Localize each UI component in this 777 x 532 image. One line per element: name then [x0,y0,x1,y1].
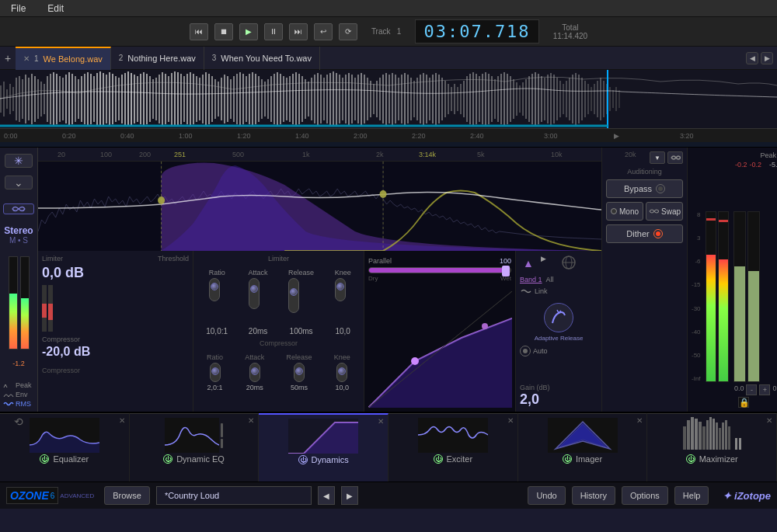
close-imager[interactable]: ✕ [636,416,643,425]
track-tab-1[interactable]: ✕ 1 We Belong.wav [16,47,111,70]
peak-r-top: -0.2 [749,161,761,169]
meter-minus-btn[interactable]: - [746,384,757,395]
module-dynamic-eq[interactable]: ✕ ⏻ Dynamic EQ [130,413,260,482]
module-equalizer[interactable]: ✕ ⏻ Equalizer [0,413,130,482]
ratio-1-slider[interactable] [209,278,220,301]
svg-rect-143 [441,78,443,120]
ratio-2-slider[interactable] [210,363,221,382]
detect-peak[interactable]: Peak [3,381,34,389]
close-dynamics[interactable]: ✕ [378,417,384,426]
tool-arrow[interactable]: ⌄ [5,176,33,190]
transport-skip-fwd[interactable]: ⏭ [289,23,308,40]
mono-btn[interactable]: Mono [606,202,643,221]
meter-plus-btn[interactable]: + [759,384,770,395]
dither-btn[interactable]: Dither [606,224,683,243]
tool-snowflake[interactable]: ✳ [5,154,33,168]
svg-rect-44 [134,75,135,123]
imager-label: Imager [576,454,602,464]
transport-bar: ⏮ ⏹ ▶ ⏸ ⏭ ↩ ⟳ Track 1 03:07.718 Total 11… [0,17,777,47]
options-btn[interactable]: Options [622,486,668,505]
module-dynamics[interactable]: ✕ ⏻ Dynamics [259,413,388,482]
parallel-slider[interactable] [368,267,511,273]
transport-loop[interactable]: ↩ [314,23,333,40]
plugin-area: ✳ ⌄ Stereo M • S -1.2 Peak [0,148,777,412]
play-icon[interactable]: ▶ [541,255,558,272]
preset-prev-btn[interactable]: ◀ [318,486,335,505]
maximizer-power[interactable]: ⏻ [686,454,695,464]
svg-point-212 [411,357,419,365]
stereo-link-icon[interactable] [3,203,34,214]
detect-rms[interactable]: RMS [3,400,34,408]
band-icon[interactable]: ▲ [520,255,537,272]
transport-stop[interactable]: ⏹ [214,23,233,40]
transport-pause[interactable]: ⏸ [264,23,283,40]
module-exciter[interactable]: ✕ ⏻ Exciter [388,413,518,482]
stereo-mode[interactable]: Stereo M • S [4,225,33,245]
release-2-slider[interactable] [294,363,305,382]
svg-rect-124 [382,75,384,123]
track-tab-3[interactable]: 3 When You Need To.wav [204,47,320,70]
globe-icon[interactable] [562,256,576,271]
help-btn[interactable]: Help [674,486,709,505]
attack-2-slider[interactable] [249,363,260,382]
mono-indicator [611,208,617,214]
svg-rect-167 [516,82,517,116]
history-btn[interactable]: History [572,486,615,505]
svg-rect-110 [339,75,340,123]
add-track-btn[interactable]: + [0,50,16,66]
menu-file[interactable]: File [6,2,30,16]
maximizer-label: Maximizer [699,454,738,464]
knee-1-slider[interactable] [335,278,346,301]
bypass-icon [656,184,665,193]
close-exciter[interactable]: ✕ [507,416,514,425]
close-tab-1[interactable]: ✕ [23,54,30,63]
close-dynamic-eq[interactable]: ✕ [248,416,254,425]
close-equalizer[interactable]: ✕ [119,416,125,425]
svg-rect-195 [603,81,605,117]
module-maximizer[interactable]: ✕ ⏻ Maximizer [647,413,777,482]
dropdown-btn[interactable]: ▼ [650,151,665,164]
right-panel-area: ▼ Auditioning Bypass Mono [601,148,777,412]
preset-next-btn[interactable]: ▶ [341,486,358,505]
nav-left-btn[interactable]: ◀ [746,52,758,64]
svg-rect-24 [71,74,73,124]
detect-env[interactable]: Env [3,391,34,398]
transport-play[interactable]: ▶ [239,23,258,40]
track-tab-2[interactable]: 2 Nothing Here.wav [111,47,204,70]
parallel-section: Parallel 100 Dry Wet [368,257,511,282]
dynamic-eq-power[interactable]: ⏻ [163,454,172,464]
transport-skip-back[interactable]: ⏮ [190,23,208,40]
waveform-area[interactable]: 0:00 0:20 0:40 1:00 1:20 1:40 2:00 2:20 … [0,70,777,148]
svg-rect-145 [448,84,449,114]
release-2-control: Release 50ms [287,353,312,391]
link-control[interactable]: Link [520,287,598,295]
transport-return[interactable]: ⟳ [339,23,357,40]
close-maximizer[interactable]: ✕ [766,416,772,425]
svg-rect-92 [283,76,284,122]
swap-btn[interactable]: Swap [646,202,683,221]
browse-btn[interactable]: Browse [104,486,150,505]
all-label: All [546,276,554,283]
svg-rect-87 [267,79,269,119]
svg-rect-29 [87,72,89,126]
release-1-slider[interactable] [288,278,299,313]
dynamics-power[interactable]: ⏻ [298,455,308,464]
eq-curve-area[interactable] [38,162,601,251]
module-imager[interactable]: ✕ ⏻ Imager [518,413,648,482]
equalizer-power[interactable]: ⏻ [40,454,49,464]
meter-lock-l[interactable]: 🔒 [738,397,749,408]
menu-edit[interactable]: Edit [43,2,68,16]
undo-btn[interactable]: Undo [528,486,565,505]
imager-power[interactable]: ⏻ [563,454,572,464]
auto-indicator[interactable] [520,346,531,356]
svg-rect-103 [317,73,319,125]
bypass-btn[interactable]: Bypass [606,179,683,198]
adaptive-release-btn[interactable] [544,303,573,332]
svg-rect-1 [0,85,2,113]
link-btn-2[interactable] [667,151,683,164]
exciter-power[interactable]: ⏻ [434,454,443,464]
nav-right-btn[interactable]: ▶ [761,52,773,64]
knee-2-slider[interactable] [336,363,347,382]
parallel-thumb[interactable] [502,266,510,276]
attack-1-slider[interactable] [249,278,260,309]
